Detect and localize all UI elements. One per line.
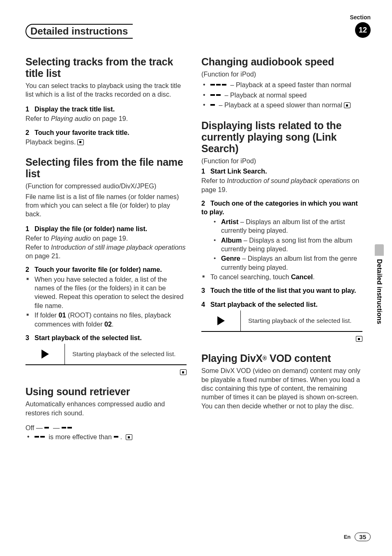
content-columns: Selecting tracks from the track title li… — [25, 56, 371, 452]
play-key-desc: Starting playback of the selected list. — [65, 344, 187, 364]
end-icon — [77, 139, 84, 145]
section-audiobook-speed: Changing audiobook speed (Function for i… — [201, 56, 362, 110]
play-icon-cell — [201, 310, 241, 331]
step-ref: Refer to Playing audio on page 19. — [25, 114, 187, 123]
section-selecting-tracks: Selecting tracks from the track title li… — [25, 56, 187, 146]
step-title: Display the track title list. — [35, 105, 115, 113]
intro-text: File name list is a list of file names (… — [25, 192, 187, 219]
step-title: Start Link Search. — [210, 167, 267, 175]
list-item: Album – Displays a song list from the al… — [214, 236, 362, 254]
play-icon — [217, 316, 225, 325]
step-4: 4Start playback of the selected list. St… — [201, 300, 362, 343]
intro-text: You can select tracks to playback using … — [25, 81, 187, 99]
end-icon — [180, 369, 187, 375]
section-end — [201, 335, 362, 343]
heading: Playing DivX® VOD content — [201, 352, 362, 364]
speed-slower-icon — [210, 100, 216, 109]
left-column: Selecting tracks from the track title li… — [25, 56, 187, 452]
level-1-icon — [44, 423, 50, 432]
step-1: 1Display the file (or folder) name list.… — [25, 225, 187, 261]
section-selecting-files: Selecting files from the file name list … — [25, 156, 187, 376]
category-list: Artist – Displays an album list of the a… — [201, 218, 362, 272]
end-icon — [126, 434, 132, 440]
note-list: When you have selected a folder, a list … — [25, 275, 187, 329]
step-2: 2Touch your favorite track title. Playba… — [25, 128, 187, 147]
end-icon — [344, 102, 350, 108]
list-item: – Playback at normal speed — [201, 90, 362, 100]
language-label: En — [344, 534, 351, 540]
step-3: 3Start playback of the selected list. St… — [25, 334, 187, 376]
intro-text: Automatically enhances compressed audio … — [25, 400, 187, 417]
step-2: 2Touch one of the categories in which yo… — [201, 199, 362, 281]
step-3: 3Touch the title of the list that you wa… — [201, 286, 362, 295]
heading: Selecting tracks from the track title li… — [25, 56, 187, 79]
step-1: 1Start Link Search. Refer to Introductio… — [201, 167, 362, 194]
page-number: 35 — [355, 533, 371, 541]
heading: Displaying lists related to the currentl… — [201, 120, 362, 154]
section-label: Section — [350, 14, 371, 21]
step-title: Touch the title of the list that you wan… — [210, 287, 356, 294]
bullet-list: is more effective than . — [25, 432, 187, 441]
play-key: Starting playback of the selected list. — [25, 344, 187, 365]
header-title: Detailed instructions — [25, 24, 133, 39]
play-key: Starting playback of the selected list. — [201, 310, 362, 332]
list-item: is more effective than . — [25, 432, 187, 441]
list-item: When you have selected a folder, a list … — [25, 275, 187, 310]
level-1-icon — [114, 432, 120, 441]
manual-page: Section 12 Detailed instructions Detaile… — [0, 0, 392, 556]
function-note: (Function for iPod) — [201, 157, 362, 165]
speed-faster-icon — [210, 80, 228, 89]
level-2-icon — [62, 423, 73, 432]
list-item: – Playback at a speed faster than normal — [201, 80, 362, 89]
retriever-sequence: Off — — — [25, 423, 187, 432]
play-icon — [42, 350, 49, 359]
list-item: To cancel searching, touch Cancel. — [201, 273, 362, 281]
note-list: To cancel searching, touch Cancel. — [201, 273, 362, 281]
step-title: Start playback of the selected list. — [35, 334, 142, 341]
side-tab: Detailed instructions — [375, 259, 384, 354]
speed-list: – Playback at a speed faster than normal… — [201, 80, 362, 109]
heading: Selecting files from the file name list — [25, 156, 187, 179]
list-item: Artist – Displays an album list of the a… — [214, 218, 362, 235]
list-item: Genre – Displays an album list from the … — [214, 254, 362, 272]
level-2-icon — [35, 432, 46, 441]
step-title: Touch your favorite track title. — [35, 129, 129, 136]
heading: Using sound retriever — [25, 386, 187, 397]
step-1: 1Display the track title list. Refer to … — [25, 105, 187, 123]
step-title: Touch your favorite file (or folder) nam… — [35, 266, 162, 273]
section-sound-retriever: Using sound retriever Automatically enha… — [25, 386, 187, 442]
header-bar: Detailed instructions — [25, 24, 371, 39]
section-link-search: Displaying lists related to the currentl… — [201, 120, 362, 343]
step-title: Touch one of the categories in which you… — [201, 199, 358, 215]
play-key-desc: Starting playback of the selected list. — [241, 310, 362, 331]
section-divx-vod: Playing DivX® VOD content Some DivX VOD … — [201, 352, 362, 410]
intro-text: Some DivX VOD (video on demand) content … — [201, 366, 362, 410]
function-note: (Function for compressed audio/DivX/JPEG… — [25, 182, 187, 190]
function-note: (Function for iPod) — [201, 70, 362, 79]
step-2: 2Touch your favorite file (or folder) na… — [25, 265, 187, 329]
speed-normal-icon — [210, 90, 222, 99]
right-column: Changing audiobook speed (Function for i… — [201, 56, 362, 452]
heading: Changing audiobook speed — [201, 56, 362, 67]
page-footer: En 35 — [344, 533, 371, 541]
play-icon-cell — [25, 344, 65, 364]
list-item: – Playback at a speed slower than normal — [201, 100, 362, 109]
end-icon — [356, 336, 362, 342]
step-title: Display the file (or folder) name list. — [35, 225, 147, 232]
step-text: Playback begins. — [25, 138, 187, 146]
step-title: Start playback of the selected list. — [210, 301, 318, 308]
side-tab-accent — [375, 244, 384, 256]
list-item: If folder 01 (ROOT) contains no files, p… — [25, 311, 187, 329]
section-end — [25, 368, 187, 376]
registered-mark: ® — [263, 355, 267, 361]
